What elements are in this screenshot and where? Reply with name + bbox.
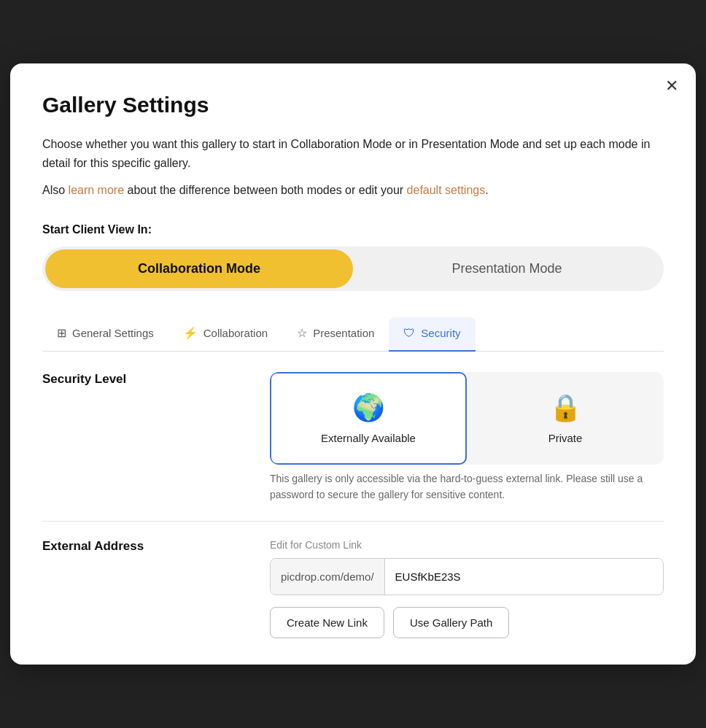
collaboration-mode-button[interactable]: Collaboration Mode bbox=[45, 249, 353, 288]
externally-available-label: Externally Available bbox=[321, 432, 416, 444]
external-address-label: External Address bbox=[42, 539, 247, 554]
general-settings-icon: ⊞ bbox=[57, 326, 66, 340]
section-divider bbox=[42, 521, 664, 522]
start-client-label: Start Client View In: bbox=[42, 223, 664, 236]
modal-overlay: ✕ Gallery Settings Choose whether you wa… bbox=[0, 0, 706, 728]
address-input-row: picdrop.com/demo/ bbox=[270, 558, 664, 595]
private-label: Private bbox=[548, 432, 583, 444]
settings-tabs: ⊞ General Settings ⚡ Collaboration ☆ Pre… bbox=[42, 317, 664, 352]
tab-security[interactable]: 🛡 Security bbox=[389, 317, 475, 352]
security-level-col: Security Level bbox=[42, 372, 247, 387]
presentation-mode-button[interactable]: Presentation Mode bbox=[353, 249, 661, 288]
externally-available-option[interactable]: 🌍 Externally Available bbox=[270, 372, 467, 465]
security-icon: 🛡 bbox=[403, 327, 415, 340]
address-input[interactable] bbox=[385, 559, 663, 595]
collaboration-icon: ⚡ bbox=[183, 326, 198, 340]
tab-presentation[interactable]: ☆ Presentation bbox=[282, 317, 389, 352]
address-btn-row: Create New Link Use Gallery Path bbox=[270, 607, 664, 638]
use-gallery-path-button[interactable]: Use Gallery Path bbox=[393, 607, 509, 638]
custom-link-label: Edit for Custom Link bbox=[270, 539, 664, 551]
tab-general-settings-label: General Settings bbox=[72, 327, 154, 339]
external-address-section: External Address Edit for Custom Link pi… bbox=[42, 539, 664, 638]
tab-general-settings[interactable]: ⊞ General Settings bbox=[42, 317, 168, 352]
external-address-col: External Address bbox=[42, 539, 247, 554]
default-settings-link[interactable]: default settings bbox=[407, 184, 486, 196]
lock-icon: 🔒 bbox=[549, 392, 582, 423]
modal-title: Gallery Settings bbox=[42, 93, 664, 117]
security-options-group: 🌍 Externally Available 🔒 Private bbox=[270, 372, 664, 465]
tab-collaboration[interactable]: ⚡ Collaboration bbox=[168, 317, 282, 352]
security-description: This gallery is only accessible via the … bbox=[270, 465, 664, 503]
mode-toggle: Collaboration Mode Presentation Mode bbox=[42, 247, 664, 291]
security-level-section: Security Level 🌍 Externally Available 🔒 … bbox=[42, 372, 664, 503]
private-option[interactable]: 🔒 Private bbox=[467, 372, 664, 465]
tab-collaboration-label: Collaboration bbox=[203, 327, 268, 339]
address-prefix: picdrop.com/demo/ bbox=[271, 559, 385, 595]
external-address-content: Edit for Custom Link picdrop.com/demo/ C… bbox=[270, 539, 664, 638]
tab-presentation-label: Presentation bbox=[313, 327, 374, 339]
description-links: Also learn more about the difference bet… bbox=[42, 181, 664, 200]
globe-icon: 🌍 bbox=[352, 392, 385, 423]
security-options-col: 🌍 Externally Available 🔒 Private This ga… bbox=[270, 372, 664, 503]
gallery-settings-modal: ✕ Gallery Settings Choose whether you wa… bbox=[10, 63, 696, 665]
description-text: Choose whether you want this gallery to … bbox=[42, 135, 664, 172]
close-button[interactable]: ✕ bbox=[665, 78, 678, 94]
create-new-link-button[interactable]: Create New Link bbox=[270, 607, 384, 638]
learn-more-link[interactable]: learn more bbox=[69, 184, 124, 196]
tab-security-label: Security bbox=[421, 327, 460, 339]
security-level-label: Security Level bbox=[42, 372, 247, 387]
presentation-icon: ☆ bbox=[297, 326, 307, 340]
